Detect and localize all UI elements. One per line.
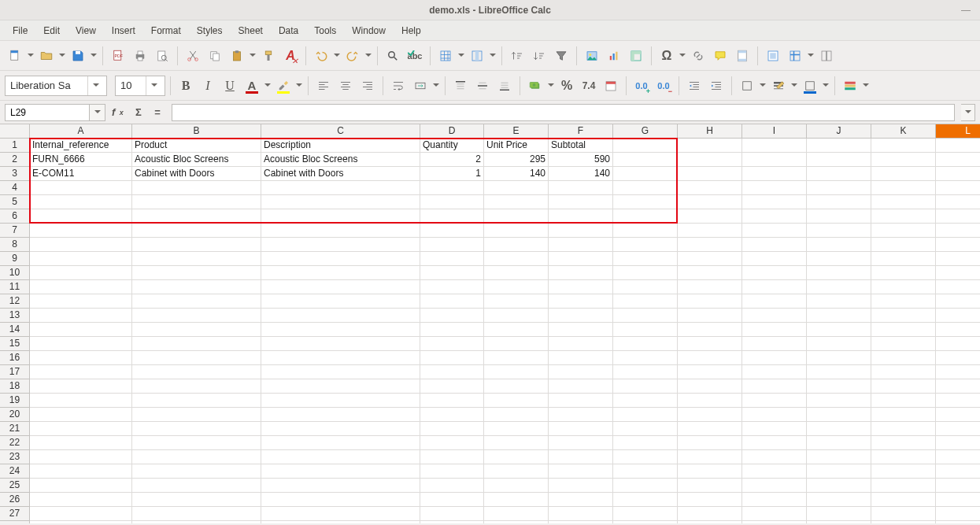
function-wizard-button[interactable]: fx	[112, 105, 128, 120]
cell-F4[interactable]	[549, 181, 613, 195]
col-header-A[interactable]: A	[30, 124, 132, 138]
cell-D16[interactable]	[420, 351, 484, 365]
cell-B2[interactable]: Acoustic Bloc Screens	[132, 153, 261, 167]
spellcheck-button[interactable]: abc	[405, 46, 425, 66]
cell-B16[interactable]	[132, 351, 261, 365]
cell-A11[interactable]	[30, 280, 132, 294]
cell-J22[interactable]	[807, 436, 871, 450]
paste-button[interactable]	[227, 46, 247, 66]
link-button[interactable]	[688, 46, 708, 66]
cell-H2[interactable]	[678, 153, 742, 167]
cell-L15[interactable]	[936, 337, 980, 351]
menu-sheet[interactable]: Sheet	[231, 22, 271, 39]
cell-E10[interactable]	[484, 266, 549, 280]
cell-L9[interactable]	[936, 252, 980, 266]
cell-F3[interactable]: 140	[549, 167, 613, 181]
cell-C26[interactable]	[261, 493, 420, 507]
cell-E21[interactable]	[484, 422, 549, 436]
cell-B20[interactable]	[132, 408, 261, 422]
menu-data[interactable]: Data	[271, 22, 306, 39]
row-header-6[interactable]: 6	[0, 209, 29, 224]
cell-F21[interactable]	[549, 422, 613, 436]
cell-H18[interactable]	[678, 379, 742, 394]
font-size-dropdown[interactable]	[146, 76, 161, 95]
cell-G12[interactable]	[613, 294, 678, 309]
cell-L8[interactable]	[936, 238, 980, 252]
pivot-button[interactable]	[626, 46, 646, 66]
row-col-button[interactable]	[435, 46, 456, 66]
cell-B11[interactable]	[132, 280, 261, 294]
cell-H11[interactable]	[678, 280, 742, 294]
cell-L26[interactable]	[936, 493, 980, 507]
cell-J5[interactable]	[807, 195, 871, 209]
cell-B24[interactable]	[132, 464, 261, 479]
cell-A5[interactable]	[30, 195, 132, 209]
row-header-25[interactable]: 25	[0, 479, 29, 493]
cell-D9[interactable]	[420, 252, 484, 266]
cell-D8[interactable]	[420, 238, 484, 252]
cell-J16[interactable]	[807, 351, 871, 365]
special-char-button[interactable]: Ω	[656, 46, 677, 66]
sort-desc-button[interactable]	[529, 46, 549, 66]
cell-F26[interactable]	[549, 493, 613, 507]
cell-I1[interactable]	[742, 139, 807, 153]
open-dropdown[interactable]	[58, 46, 66, 66]
image-button[interactable]	[582, 46, 602, 66]
cell-L1[interactable]	[936, 139, 980, 153]
cell-A14[interactable]	[30, 323, 132, 337]
cell-H12[interactable]	[678, 294, 742, 309]
row-header-4[interactable]: 4	[0, 181, 29, 195]
cell-A7[interactable]	[30, 224, 132, 238]
col-header-E[interactable]: E	[484, 124, 549, 138]
row-header-13[interactable]: 13	[0, 309, 29, 323]
redo-dropdown[interactable]	[364, 46, 372, 66]
cell-F19[interactable]	[549, 394, 613, 408]
cell-A23[interactable]	[30, 450, 132, 464]
cell-D11[interactable]	[420, 280, 484, 294]
cell-A12[interactable]	[30, 294, 132, 309]
cell-J2[interactable]	[807, 153, 871, 167]
cell-G7[interactable]	[613, 224, 678, 238]
cell-C8[interactable]	[261, 238, 420, 252]
cell-B5[interactable]	[132, 195, 261, 209]
row-header-24[interactable]: 24	[0, 464, 29, 479]
cell-H4[interactable]	[678, 181, 742, 195]
cell-K14[interactable]	[871, 323, 936, 337]
cell-F23[interactable]	[549, 450, 613, 464]
row-header-10[interactable]: 10	[0, 266, 29, 280]
cell-E7[interactable]	[484, 224, 549, 238]
cell-C10[interactable]	[261, 266, 420, 280]
cell-F24[interactable]	[549, 464, 613, 479]
cell-J24[interactable]	[807, 464, 871, 479]
cell-B23[interactable]	[132, 450, 261, 464]
cell-D23[interactable]	[420, 450, 484, 464]
cell-A19[interactable]	[30, 394, 132, 408]
cell-K15[interactable]	[871, 337, 936, 351]
cell-H23[interactable]	[678, 450, 742, 464]
new-doc-button[interactable]	[5, 46, 25, 66]
cell-D22[interactable]	[420, 436, 484, 450]
cell-E20[interactable]	[484, 408, 549, 422]
cell-K2[interactable]	[871, 153, 936, 167]
cell-G8[interactable]	[613, 238, 678, 252]
cell-D4[interactable]	[420, 181, 484, 195]
cell-I21[interactable]	[742, 422, 807, 436]
cell-A21[interactable]	[30, 422, 132, 436]
cells-grid[interactable]: Internal_referenceProductDescriptionQuan…	[30, 139, 980, 523]
col-header-B[interactable]: B	[132, 124, 261, 138]
cell-E22[interactable]	[484, 436, 549, 450]
row-header-14[interactable]: 14	[0, 323, 29, 337]
cell-L16[interactable]	[936, 351, 980, 365]
cell-J28[interactable]	[807, 521, 871, 523]
col-header-G[interactable]: G	[613, 124, 678, 138]
cell-K4[interactable]	[871, 181, 936, 195]
merge-button[interactable]	[410, 76, 431, 96]
cell-K13[interactable]	[871, 309, 936, 323]
menu-tools[interactable]: Tools	[306, 22, 344, 39]
cell-A26[interactable]	[30, 493, 132, 507]
print-preview-button[interactable]	[152, 46, 172, 66]
cell-I13[interactable]	[742, 309, 807, 323]
cell-H14[interactable]	[678, 323, 742, 337]
cell-B13[interactable]	[132, 309, 261, 323]
cell-B9[interactable]	[132, 252, 261, 266]
